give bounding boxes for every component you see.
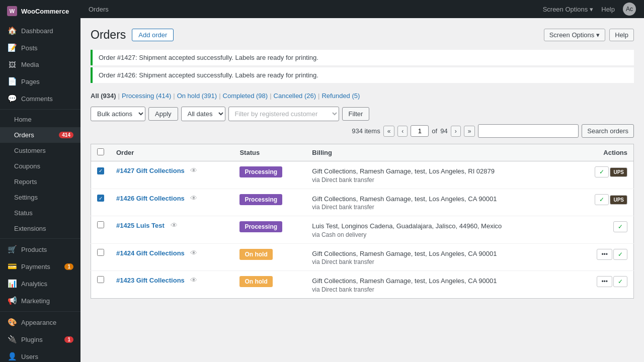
sidebar-item-marketing[interactable]: 📢 Marketing xyxy=(0,292,80,309)
filter-bar: Bulk actions Apply All dates Filter by r… xyxy=(91,107,634,138)
page-title: Orders xyxy=(91,28,126,42)
screen-options-button[interactable]: Screen Options ▾ xyxy=(544,29,606,41)
sidebar-item-label: Comments xyxy=(21,95,53,103)
notices-area: Order #1427: Shipment accepted successfu… xyxy=(91,50,634,83)
apply-button[interactable]: Apply xyxy=(148,107,178,121)
pagination-prev-button[interactable]: ‹ xyxy=(397,126,408,137)
sidebar-item-label: Payments xyxy=(21,263,50,270)
sidebar-item-comments[interactable]: 💬 Comments xyxy=(0,90,80,107)
topbar-title: Orders xyxy=(89,6,109,13)
topbar-right: Screen Options ▾ Help Ac xyxy=(543,3,636,16)
preview-icon-1425[interactable]: 👁 xyxy=(171,221,178,229)
bulk-actions-select[interactable]: Bulk actions xyxy=(91,107,145,121)
sidebar-divider-2 xyxy=(0,238,80,239)
add-order-button[interactable]: Add order xyxy=(132,29,174,41)
preview-icon-1424[interactable]: 👁 xyxy=(190,249,197,257)
sidebar-woocommerce-logo[interactable]: W WooCommerce xyxy=(0,0,80,22)
ups-action-btn-1426[interactable]: UPS xyxy=(610,195,627,205)
sidebar-item-analytics[interactable]: 📊 Analytics xyxy=(0,275,80,292)
order-link-1426[interactable]: #1426 Gift Collections xyxy=(116,195,185,202)
preview-icon-1427[interactable]: 👁 xyxy=(190,166,197,174)
status-badge-1423: On hold xyxy=(239,276,272,287)
topbar-screen-options-btn[interactable]: Screen Options ▾ xyxy=(543,6,594,13)
more-actions-btn-1424[interactable]: ••• xyxy=(597,249,612,260)
sidebar-item-status[interactable]: Status xyxy=(0,205,80,221)
tab-refunded[interactable]: Refunded (5) xyxy=(321,91,360,101)
customer-filter-select[interactable]: Filter by registered customer xyxy=(228,107,339,121)
row-checkbox-cell-1423 xyxy=(91,271,111,299)
pagination-last-button[interactable]: » xyxy=(464,126,475,137)
search-orders-button[interactable]: Search orders xyxy=(582,124,634,138)
sidebar-item-coupons[interactable]: Coupons xyxy=(0,158,80,174)
ups-action-btn-1427[interactable]: UPS xyxy=(610,167,627,177)
sidebar-item-users[interactable]: 👤 Users xyxy=(0,348,80,362)
order-cell-1426: #1426 Gift Collections 👁 xyxy=(110,189,233,216)
order-link-1425[interactable]: #1425 Luis Test xyxy=(116,222,165,229)
sidebar-item-home[interactable]: Home xyxy=(0,112,80,127)
preview-icon-1423[interactable]: 👁 xyxy=(190,276,197,284)
billing-name-1424: Gift Collections, Ramesh Gamage, test, L… xyxy=(312,249,567,259)
sidebar-item-posts[interactable]: 📝 Posts xyxy=(0,39,80,56)
status-badge-1426: Processing xyxy=(239,194,282,205)
row-checkbox-1426[interactable] xyxy=(97,195,104,202)
sidebar-item-products[interactable]: 🛒 Products xyxy=(0,241,80,258)
search-orders-input[interactable] xyxy=(478,124,579,138)
billing-via-1424: via Direct bank transfer xyxy=(312,258,567,265)
row-checkbox-cell-1425 xyxy=(91,216,111,244)
dates-select[interactable]: All dates xyxy=(181,107,225,121)
pagination-total-pages: 94 xyxy=(440,127,447,135)
complete-action-btn-1427[interactable]: ✓ xyxy=(595,166,609,177)
pagination-current-input[interactable] xyxy=(411,125,429,137)
tab-cancelled[interactable]: Cancelled (26) xyxy=(274,91,316,101)
pagination-next-button[interactable]: › xyxy=(451,126,461,137)
tab-on-hold[interactable]: On hold (391) xyxy=(177,91,217,101)
sidebar-item-pages[interactable]: 📄 Pages xyxy=(0,73,80,90)
sidebar-item-settings-woo[interactable]: Settings xyxy=(0,190,80,205)
order-link-1427[interactable]: #1427 Gift Collections xyxy=(116,167,185,174)
sidebar-item-orders[interactable]: Orders 414 xyxy=(0,127,80,143)
order-link-1424[interactable]: #1424 Gift Collections xyxy=(116,249,185,257)
sidebar-item-payments[interactable]: 💳 Payments 1 xyxy=(0,258,80,275)
users-icon: 👤 xyxy=(7,352,17,361)
select-all-checkbox[interactable] xyxy=(97,148,104,155)
complete-action-btn-1424[interactable]: ✓ xyxy=(613,249,627,260)
filter-button[interactable]: Filter xyxy=(342,107,370,121)
order-column-header[interactable]: Order xyxy=(110,144,233,161)
actions-cell-1425: ✓ xyxy=(573,216,634,244)
row-checkbox-1427[interactable] xyxy=(97,167,104,174)
row-checkbox-1423[interactable] xyxy=(97,276,104,283)
status-cell-1424: On hold xyxy=(233,243,306,271)
status-cell-1425: Processing xyxy=(233,216,306,244)
sidebar-item-reports[interactable]: Reports xyxy=(0,174,80,190)
topbar-help-btn[interactable]: Help xyxy=(601,6,615,13)
topbar-user-avatar[interactable]: Ac xyxy=(623,3,636,16)
select-all-header[interactable] xyxy=(91,144,111,161)
sidebar-item-customers[interactable]: Customers xyxy=(0,143,80,158)
media-icon: 🖼 xyxy=(7,60,17,69)
table-row: #1427 Gift Collections 👁ProcessingGift C… xyxy=(91,161,634,189)
tab-all[interactable]: All (934) xyxy=(91,91,116,101)
pagination-first-button[interactable]: « xyxy=(383,126,395,137)
preview-icon-1426[interactable]: 👁 xyxy=(190,194,197,202)
row-checkbox-1424[interactable] xyxy=(97,249,104,256)
billing-via-1426: via Direct bank transfer xyxy=(312,204,567,211)
table-row: #1425 Luis Test 👁ProcessingLuis Test, Lo… xyxy=(91,216,634,244)
order-link-1423[interactable]: #1423 Gift Collections xyxy=(116,277,185,284)
sidebar-divider-1 xyxy=(0,109,80,110)
tab-completed[interactable]: Completed (98) xyxy=(223,91,268,101)
complete-action-btn-1426[interactable]: ✓ xyxy=(595,194,609,205)
help-button[interactable]: Help xyxy=(609,29,634,41)
sidebar-item-dashboard[interactable]: 🏠 Dashboard xyxy=(0,22,80,39)
row-checkbox-cell-1427 xyxy=(91,161,111,189)
sidebar-item-appearance[interactable]: 🎨 Appearance xyxy=(0,314,80,331)
row-checkbox-cell-1426 xyxy=(91,189,111,216)
more-actions-btn-1423[interactable]: ••• xyxy=(597,276,612,287)
sidebar-item-plugins[interactable]: 🔌 Plugins 1 xyxy=(0,331,80,348)
page-header-right: Screen Options ▾ Help xyxy=(544,29,634,41)
complete-action-btn-1423[interactable]: ✓ xyxy=(613,276,627,287)
sidebar-item-extensions[interactable]: Extensions xyxy=(0,221,80,236)
tab-processing[interactable]: Processing (414) xyxy=(122,91,171,101)
row-checkbox-1425[interactable] xyxy=(97,221,104,228)
sidebar-item-media[interactable]: 🖼 Media xyxy=(0,56,80,73)
complete-action-btn-1425[interactable]: ✓ xyxy=(613,221,627,232)
